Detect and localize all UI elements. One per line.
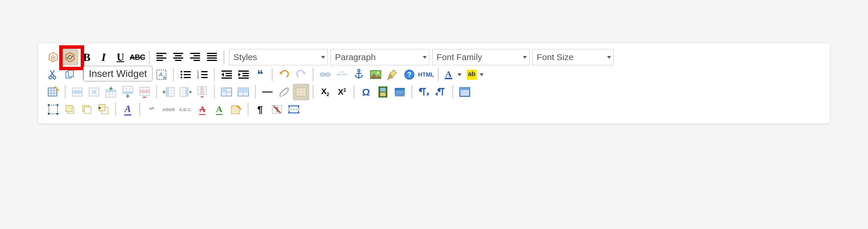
magento-icon[interactable] [45, 49, 61, 65]
page-break-button[interactable] [286, 101, 302, 118]
chevron-down-icon [321, 56, 325, 59]
svg-rect-156 [57, 104, 58, 106]
svg-rect-138 [380, 93, 385, 96]
remove-format-button[interactable] [276, 84, 292, 100]
copy-button[interactable] [62, 66, 78, 83]
insert-layer-button[interactable] [392, 84, 408, 100]
insert-col-after-button[interactable] [177, 84, 194, 100]
table-cell-props-button[interactable] [86, 84, 102, 100]
delete-row-button[interactable] [136, 84, 153, 100]
show-invisibles-button[interactable] [293, 84, 309, 100]
separator [223, 51, 224, 64]
split-cells-button[interactable] [218, 84, 235, 100]
svg-rect-117 [200, 87, 204, 95]
omega-glyph: Ω [362, 87, 370, 98]
chevron-down-icon [607, 56, 611, 59]
special-char-button[interactable]: Ω [358, 84, 374, 100]
separator [438, 68, 439, 81]
svg-point-16 [49, 76, 52, 79]
styles-select[interactable]: Styles [229, 49, 328, 65]
cut-button[interactable] [45, 66, 61, 83]
table-row-props-button[interactable] [69, 84, 85, 100]
separator [452, 85, 453, 99]
blockquote-button[interactable]: ❝ [252, 66, 268, 83]
indent-button[interactable] [235, 66, 251, 83]
strikethrough-button[interactable]: ABC [129, 49, 146, 65]
style-props-button[interactable]: A [120, 101, 136, 118]
font-family-select[interactable]: Font Family [432, 49, 529, 65]
svg-point-17 [53, 76, 56, 79]
separator [353, 85, 354, 99]
attributes-button[interactable] [228, 101, 244, 118]
separator [411, 85, 412, 99]
align-left-button[interactable] [153, 49, 169, 65]
bulleted-list-button[interactable] [177, 66, 194, 83]
del-glyph: A [199, 104, 206, 115]
link-button[interactable] [317, 66, 333, 83]
layer-backward-button[interactable] [79, 101, 95, 118]
toolbar-row-3: X2 X2 Ω [45, 84, 823, 100]
align-right-button[interactable] [187, 49, 203, 65]
edit-html-button[interactable]: HTML [418, 66, 434, 83]
underline-button[interactable]: U [112, 49, 129, 65]
separator [173, 68, 174, 81]
svg-rect-69 [48, 88, 57, 96]
svg-rect-144 [386, 87, 387, 88]
select-all-button[interactable]: AB [153, 66, 169, 83]
visual-chars-button[interactable]: ¶ [252, 101, 268, 118]
subscript-button[interactable]: X2 [317, 84, 333, 100]
insert-widget-button[interactable] [62, 49, 78, 65]
bold-button[interactable]: B [79, 49, 95, 65]
fullscreen-button[interactable] [457, 84, 473, 100]
layer-absolute-button[interactable] [95, 101, 112, 118]
font-size-select[interactable]: Font Size [532, 49, 614, 65]
delete-col-button[interactable] [194, 84, 211, 100]
ltr-button[interactable] [416, 84, 432, 100]
chevron-down-icon [458, 73, 462, 76]
insert-image-button[interactable] [368, 66, 384, 83]
horizontal-rule-button[interactable] [259, 84, 276, 100]
insert-row-after-button[interactable] [120, 84, 136, 100]
cleanup-button[interactable] [384, 66, 401, 83]
svg-rect-19 [68, 70, 73, 77]
merge-cells-button[interactable] [235, 84, 251, 100]
insert-row-before-button[interactable] [103, 84, 119, 100]
paragraph-select[interactable]: Paragraph [331, 49, 429, 65]
numbered-list-button[interactable]: 123 [194, 66, 211, 83]
align-justify-button[interactable] [204, 49, 220, 65]
html-glyph: HTML [418, 71, 434, 78]
svg-rect-142 [379, 94, 380, 94]
insert-table-button[interactable] [45, 84, 61, 100]
ins-button[interactable]: A [211, 101, 227, 118]
outdent-button[interactable] [218, 66, 235, 83]
help-button[interactable]: ? [401, 66, 417, 83]
svg-text:B: B [163, 75, 166, 80]
superscript-button[interactable]: X2 [334, 84, 350, 100]
anchor-button[interactable] [351, 66, 367, 83]
layer-forward-button[interactable] [62, 101, 78, 118]
svg-rect-139 [379, 87, 380, 88]
svg-rect-141 [379, 91, 380, 92]
svg-rect-157 [48, 113, 50, 115]
italic-button[interactable]: I [95, 49, 112, 65]
rtl-button[interactable] [433, 84, 449, 100]
underline-glyph: U [117, 51, 124, 63]
redo-button[interactable] [293, 66, 309, 83]
abbr-button[interactable]: ABBR [160, 101, 177, 118]
undo-button[interactable] [276, 66, 292, 83]
layer-new-button[interactable] [45, 101, 61, 118]
acronym-button[interactable]: A.B.C. [177, 101, 194, 118]
unlink-button[interactable] [334, 66, 350, 83]
del-button[interactable]: A [194, 101, 211, 118]
backcolor-button[interactable]: ab [464, 66, 486, 83]
insert-media-button[interactable] [375, 84, 391, 100]
forecolor-button[interactable]: A [442, 66, 464, 83]
cite-glyph: ❝❞ [149, 106, 154, 112]
chevron-down-icon [423, 56, 427, 59]
separator [149, 51, 150, 64]
rich-text-toolbar: B I U ABC Styles Paragraph [38, 43, 830, 124]
insert-col-before-button[interactable] [160, 84, 177, 100]
cite-button[interactable]: ❝❞ [144, 101, 160, 118]
align-center-button[interactable] [170, 49, 186, 65]
nbsp-button[interactable]: ¶ [269, 101, 285, 118]
